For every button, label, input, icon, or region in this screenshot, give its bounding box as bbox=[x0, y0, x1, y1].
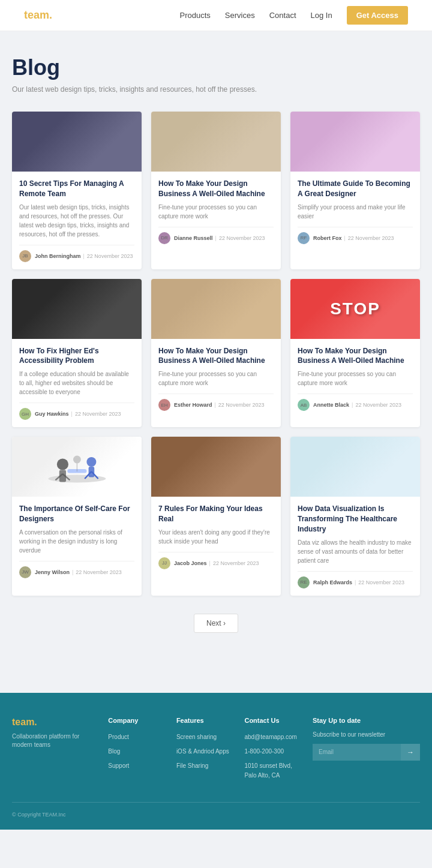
author-name: Guy Hawkins bbox=[35, 411, 69, 417]
card-title: The Ultimate Guide To Becoming A Great D… bbox=[298, 179, 413, 199]
author-name: Jenny Wilson bbox=[35, 569, 70, 575]
nav-products[interactable]: Products bbox=[180, 11, 211, 20]
card-image: STOP bbox=[290, 279, 420, 339]
card-excerpt: Fine-tune your processes so you can capt… bbox=[298, 370, 413, 388]
footer-newsletter-heading: Stay Up to date bbox=[313, 717, 420, 724]
get-access-button[interactable]: Get Access bbox=[347, 6, 408, 25]
card-excerpt: Simplify your process and make your life… bbox=[298, 203, 413, 221]
author-name: Annette Black bbox=[313, 402, 349, 408]
card-excerpt: Our latest web design tips, tricks, insi… bbox=[19, 203, 134, 239]
footer-brand: team. Collaboration platform for modern … bbox=[12, 717, 96, 784]
navigation: team. Products Services Contact Log In G… bbox=[0, 0, 432, 31]
svg-point-1 bbox=[56, 459, 68, 470]
blog-card[interactable]: How To Make Your Design Business A Well-… bbox=[151, 112, 281, 269]
author-separator: | bbox=[209, 560, 211, 566]
blog-card[interactable]: The Importance Of Self-Care For Designer… bbox=[12, 437, 142, 595]
card-body: How To Make Your Design Business A Well-… bbox=[151, 172, 281, 251]
card-author: RE Ralph Edwards | 22 November 2023 bbox=[298, 571, 413, 588]
email-input[interactable] bbox=[313, 744, 401, 761]
footer-link[interactable]: abd@teamapp.com bbox=[244, 734, 296, 740]
card-image bbox=[151, 279, 281, 339]
footer-top: team. Collaboration platform for modern … bbox=[12, 717, 420, 784]
card-title: How To Make Your Design Business A Well-… bbox=[158, 346, 274, 367]
card-body: 10 Secret Tips For Managing A Remote Tea… bbox=[12, 172, 142, 269]
author-avatar: JW bbox=[19, 566, 31, 578]
email-form: → bbox=[313, 744, 420, 761]
author-name: Jacob Jones bbox=[174, 560, 207, 566]
blog-card[interactable]: The Ultimate Guide To Becoming A Great D… bbox=[290, 112, 420, 269]
blog-card[interactable]: 7 Rules For Making Your Ideas Real Your … bbox=[151, 437, 281, 595]
blog-card[interactable]: How To Make Your Design Business A Well-… bbox=[151, 279, 281, 428]
author-separator: | bbox=[215, 235, 217, 241]
card-author: RF Robert Fox | 22 November 2023 bbox=[298, 227, 413, 244]
author-name: Robert Fox bbox=[313, 235, 342, 241]
author-name: Dianne Russell bbox=[174, 235, 213, 241]
nav-contact[interactable]: Contact bbox=[269, 11, 296, 20]
footer-link[interactable]: 1-800-200-300 bbox=[244, 748, 284, 755]
next-button[interactable]: Next › bbox=[194, 614, 238, 633]
author-avatar: GH bbox=[19, 408, 31, 420]
card-body: The Ultimate Guide To Becoming A Great D… bbox=[290, 172, 420, 251]
card-body: How To Make Your Design Business A Well-… bbox=[151, 339, 281, 419]
author-separator: | bbox=[83, 253, 85, 259]
author-separator: | bbox=[215, 402, 216, 408]
footer-link[interactable]: Screen sharing bbox=[176, 734, 217, 740]
author-info: John Berningham | 22 November 2023 bbox=[35, 253, 133, 259]
footer-col-newsletter: Stay Up to date Subscribe to our newslet… bbox=[313, 717, 420, 784]
card-image bbox=[12, 279, 142, 339]
author-avatar: DR bbox=[158, 232, 170, 244]
author-date: 22 November 2023 bbox=[219, 235, 265, 241]
author-separator: | bbox=[352, 402, 353, 408]
email-submit-button[interactable]: → bbox=[401, 744, 420, 761]
main-content: Blog Our latest web design tips, tricks,… bbox=[0, 31, 432, 693]
footer-link[interactable]: File Sharing bbox=[176, 762, 208, 769]
card-image bbox=[290, 112, 420, 172]
svg-point-10 bbox=[73, 456, 81, 464]
nav-services[interactable]: Services bbox=[225, 11, 255, 20]
footer-logo: team. bbox=[12, 717, 96, 728]
author-info: Robert Fox | 22 November 2023 bbox=[313, 235, 394, 241]
footer-link[interactable]: Support bbox=[108, 762, 129, 769]
author-avatar: RE bbox=[298, 576, 310, 588]
blog-card[interactable]: How To Fix Higher Ed's Accessibility Pro… bbox=[12, 279, 142, 428]
author-info: Ralph Edwards | 22 November 2023 bbox=[313, 579, 404, 585]
card-excerpt: Your ideas aren't doing any good if they… bbox=[158, 528, 274, 546]
author-date: 22 November 2023 bbox=[75, 411, 121, 417]
footer-col-company: Company ProductBlogSupport bbox=[108, 717, 164, 784]
footer-link[interactable]: Product bbox=[108, 734, 128, 740]
footer-col-features: Features Screen sharingiOS & Andriod App… bbox=[176, 717, 233, 784]
card-author: JB John Berningham | 22 November 2023 bbox=[19, 245, 134, 262]
card-excerpt: A conversation on the personal risks of … bbox=[19, 528, 134, 555]
author-date: 22 November 2023 bbox=[358, 579, 404, 585]
author-date: 22 November 2023 bbox=[355, 402, 401, 408]
card-body: 7 Rules For Making Your Ideas Real Your … bbox=[151, 497, 281, 576]
footer-link[interactable]: 1010 sunset Blvd, Palo Alto, CA bbox=[244, 762, 292, 779]
author-separator: | bbox=[71, 411, 73, 417]
author-separator: | bbox=[344, 235, 346, 241]
nav-login[interactable]: Log In bbox=[311, 11, 332, 20]
footer-link[interactable]: iOS & Andriod Apps bbox=[176, 748, 229, 755]
author-name: Ralph Edwards bbox=[313, 579, 352, 585]
card-author: GH Guy Hawkins | 22 November 2023 bbox=[19, 403, 134, 420]
card-title: 10 Secret Tips For Managing A Remote Tea… bbox=[19, 179, 134, 199]
footer-copyright: © Copyright TEAM.Inc bbox=[12, 802, 420, 818]
author-info: Dianne Russell | 22 November 2023 bbox=[174, 235, 265, 241]
footer-company-links: ProductBlogSupport bbox=[108, 731, 164, 770]
card-title: How To Make Your Design Business A Well-… bbox=[298, 346, 413, 367]
newsletter-text: Subscribe to our newsletter bbox=[313, 731, 420, 738]
blog-card[interactable]: 10 Secret Tips For Managing A Remote Tea… bbox=[12, 112, 142, 269]
author-date: 22 November 2023 bbox=[213, 560, 259, 566]
blog-card[interactable]: How Data Visualization Is Transforming T… bbox=[290, 437, 420, 595]
author-separator: | bbox=[72, 569, 73, 575]
card-excerpt: Data viz allows the health industry to m… bbox=[298, 538, 413, 565]
nav-links: Products Services Contact Log In Get Acc… bbox=[180, 6, 408, 25]
footer-inner: team. Collaboration platform for modern … bbox=[12, 717, 420, 818]
author-name: John Berningham bbox=[35, 253, 81, 259]
footer-link[interactable]: Blog bbox=[108, 748, 120, 755]
card-author: EH Esther Howard | 22 November 2023 bbox=[158, 394, 274, 411]
card-body: How Data Visualization Is Transforming T… bbox=[290, 497, 420, 595]
blog-card[interactable]: STOP How To Make Your Design Business A … bbox=[290, 279, 420, 428]
card-body: How To Make Your Design Business A Well-… bbox=[290, 339, 420, 419]
card-image bbox=[12, 112, 142, 172]
card-title: The Importance Of Self-Care For Designer… bbox=[19, 504, 134, 524]
